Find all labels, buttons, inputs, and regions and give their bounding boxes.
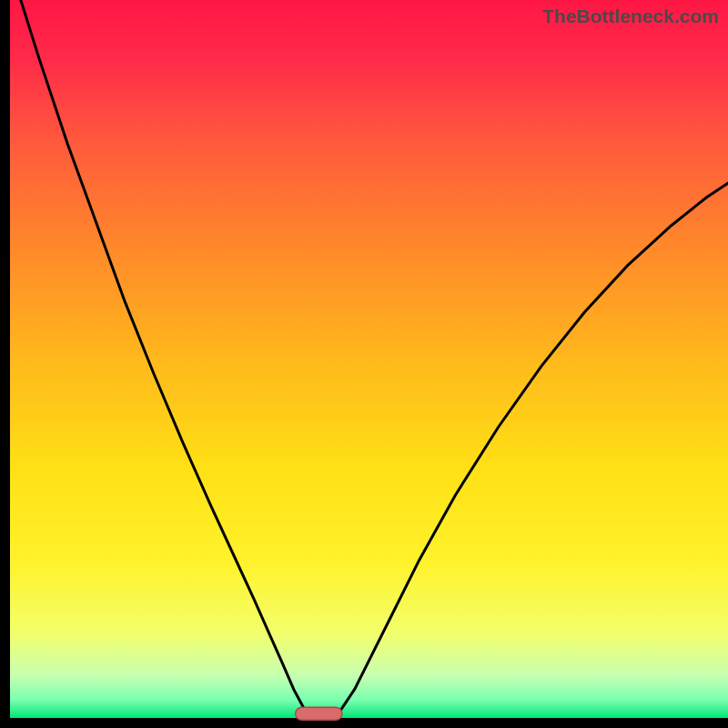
chart-svg [0, 0, 728, 728]
watermark-text: TheBottleneck.com [542, 5, 719, 27]
optimal-marker [296, 707, 342, 720]
chart-container [0, 0, 728, 728]
gradient-background [10, 0, 728, 718]
